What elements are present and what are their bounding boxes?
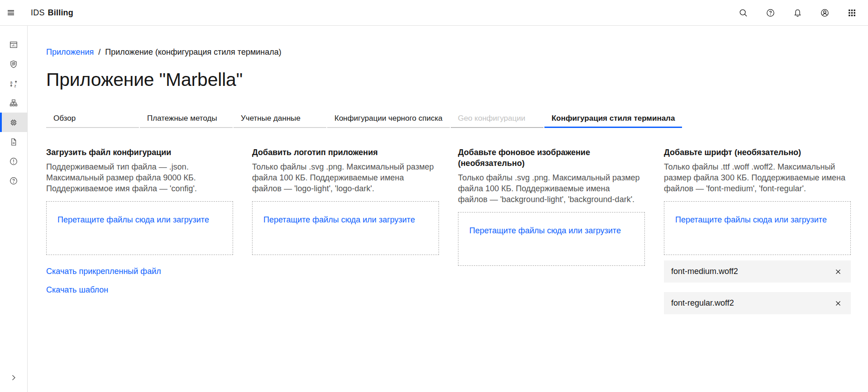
sidebar-item-documents[interactable] [0,132,27,151]
tab-overview[interactable]: Обзор [46,110,139,128]
menu-button[interactable] [0,0,22,25]
help-icon [766,8,775,18]
page-title: Приложение "Marbella" [46,68,851,91]
tab-blacklist-configs[interactable]: Конфигурации черного списка [327,110,450,128]
file-name: font-medium.woff2 [671,267,738,276]
dropzone-label[interactable]: Перетащите файлы сюда или загрузите [57,215,209,224]
sidebar-item-terminal-config[interactable] [0,113,27,132]
header-actions [732,0,868,25]
dropzone-label[interactable]: Перетащите файлы сюда или загрузите [469,226,621,235]
brand-logo[interactable]: IDSBilling [31,8,73,18]
network-hierarchy-icon [9,99,18,108]
main-content: Приложения / Приложение (конфигурация ст… [28,26,868,392]
breadcrumb-link-applications[interactable]: Приложения [46,47,94,57]
svg-text:a: a [10,80,13,84]
breadcrumb-current: Приложение (конфигурация стиля терминала… [105,47,281,57]
background-dropzone[interactable]: Перетащите файлы сюда или загрузите [458,212,645,266]
logo-dropzone[interactable]: Перетащите файлы сюда или загрузите [252,201,439,255]
sidebar-item-help[interactable] [0,171,27,190]
search-icon [739,8,748,18]
config-file-links: Скачать прикрепленный файл Скачать шабло… [46,266,233,295]
dropzone-label[interactable]: Перетащите файлы сюда или загрузите [263,215,415,224]
uploaded-files-list: font-medium.woff2 font-regular.woff2 [664,260,851,314]
config-file-section: Загрузить файл конфигурации Поддерживаем… [46,147,233,303]
top-header: IDSBilling [0,0,868,26]
section-description: Поддерживаемый тип файла — .json. Максим… [46,161,229,194]
section-heading: Добавьте шрифт (необязательно) [664,147,836,158]
sidebar-item-alerts[interactable] [0,151,27,171]
sidebar-item-dashboard[interactable] [0,35,27,54]
logo-upload-section: Добавить логотип приложения Только файлы… [252,147,439,255]
section-description: Только файлы .svg .png. Максимальный раз… [252,161,435,194]
chip-icon [9,118,18,127]
sidenav-expand-button[interactable] [0,367,27,388]
font-dropzone[interactable]: Перетащите файлы сюда или загрузите [664,201,851,255]
tab-bar: Обзор Платежные методы Учетные данные Ко… [46,110,851,128]
help-button[interactable] [759,0,781,25]
notifications-button[interactable] [787,0,808,25]
brand-name: Billing [48,8,73,17]
app-shell: IDSBilling [0,0,868,392]
search-button[interactable] [732,0,754,25]
file-name: font-regular.woff2 [671,298,734,308]
download-attached-file-link[interactable]: Скачать прикрепленный файл [46,266,233,277]
section-description: Только файлы .svg .png. Максимальный раз… [458,172,641,205]
section-heading: Загрузить файл конфигурации [46,147,218,158]
download-template-link[interactable]: Скачать шаблон [46,284,233,295]
side-nav-items: a z [0,35,27,367]
section-heading: Добавить логотип приложения [252,147,424,158]
close-icon [835,300,841,307]
notification-bell-icon [793,8,802,18]
upload-sections: Загрузить файл конфигурации Поддерживаем… [46,147,851,324]
brand-prefix: IDS [31,8,45,17]
user-avatar-icon [820,8,830,18]
dropzone-label[interactable]: Перетащите файлы сюда или загрузите [675,215,827,224]
tab-payment-methods[interactable]: Платежные методы [140,110,233,128]
font-upload-section: Добавьте шрифт (необязательно) Только фа… [664,147,851,324]
sort-alpha-icon: a z [9,79,18,88]
tab-terminal-style-config[interactable]: Конфигурация стиля терминала [544,110,682,128]
hamburger-menu-icon [6,8,15,17]
tab-geo-configs[interactable]: Geo конфигурации [451,110,544,128]
config-file-dropzone[interactable]: Перетащите файлы сюда или загрузите [46,201,233,255]
app-switcher-icon [847,8,857,18]
side-nav: a z [0,26,28,392]
account-button[interactable] [814,0,835,25]
tab-credentials[interactable]: Учетные данные [234,110,326,128]
breadcrumb-separator: / [98,47,100,57]
sidebar-item-hierarchy[interactable] [0,93,27,113]
uploaded-file-item: font-regular.woff2 [664,292,851,314]
sidebar-item-sorting[interactable]: a z [0,74,27,93]
document-icon [9,137,18,146]
chevron-right-icon [9,373,18,382]
breadcrumb: Приложения / Приложение (конфигурация ст… [46,47,851,57]
section-description: Только файлы .ttf .woff .woff2. Максимал… [664,161,847,194]
uploaded-file-item: font-medium.woff2 [664,260,851,283]
svg-text:z: z [14,84,16,88]
warning-icon [9,157,18,166]
remove-file-button[interactable] [830,295,846,312]
sidebar-item-security[interactable] [0,54,27,74]
close-icon [835,269,841,275]
section-heading: Добавьте фоновое изображение (необязател… [458,147,630,169]
app-switcher-button[interactable] [841,0,863,25]
dashboard-icon [9,40,18,49]
security-shield-icon [9,60,18,69]
remove-file-button[interactable] [830,264,846,280]
background-upload-section: Добавьте фоновое изображение (необязател… [458,147,645,266]
help-circle-icon [9,176,18,185]
